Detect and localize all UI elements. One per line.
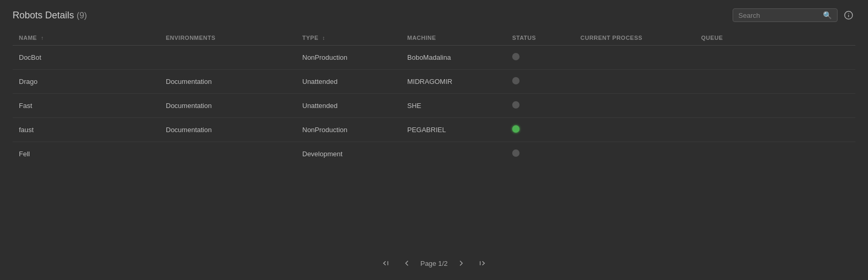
col-header-queue: QUEUE: [695, 30, 855, 46]
search-icon: 🔍: [823, 11, 832, 19]
cell-type-4: Development: [296, 142, 401, 166]
next-page-icon: [457, 259, 465, 267]
col-header-status: STATUS: [506, 30, 574, 46]
cell-queue-4: [695, 142, 855, 166]
type-sort-icon: ↕: [322, 35, 325, 41]
prev-page-icon: [403, 259, 411, 267]
cell-environments-4: [160, 142, 296, 166]
header-actions: 🔍: [733, 8, 855, 22]
info-button[interactable]: [842, 8, 855, 22]
status-dot-0: [512, 53, 520, 60]
cell-name-4: Fell: [13, 142, 160, 166]
pagination-prev-button[interactable]: [399, 257, 414, 270]
cell-machine-2: SHE: [401, 94, 506, 118]
table-row[interactable]: faust Documentation NonProduction PEGABR…: [13, 118, 855, 142]
main-container: Robots Details (9) 🔍: [0, 0, 868, 280]
cell-environments-0: [160, 46, 296, 70]
col-header-name[interactable]: NAME ↑: [13, 30, 160, 46]
table-row[interactable]: Fast Documentation Unattended SHE: [13, 94, 855, 118]
last-page-icon: [478, 259, 486, 267]
pagination-last-button[interactable]: [475, 257, 490, 270]
status-dot-2: [512, 101, 520, 109]
table-header-row: NAME ↑ ENVIRONMENTS TYPE ↕ MACHINE STATU: [13, 30, 855, 46]
pagination-first-button[interactable]: [378, 257, 393, 270]
cell-queue-1: [695, 70, 855, 94]
page-info: Page 1/2: [420, 260, 448, 267]
cell-queue-0: [695, 46, 855, 70]
robots-table: NAME ↑ ENVIRONMENTS TYPE ↕ MACHINE STATU: [13, 30, 855, 166]
table-body: DocBot NonProduction BoboMadalina Drago …: [13, 46, 855, 166]
cell-type-0: NonProduction: [296, 46, 401, 70]
first-page-icon: [382, 259, 390, 267]
cell-status-2: [506, 94, 574, 118]
cell-machine-1: MIDRAGOMIR: [401, 70, 506, 94]
header-row: Robots Details (9) 🔍: [13, 8, 855, 22]
cell-status-0: [506, 46, 574, 70]
cell-process-4: [574, 142, 695, 166]
table-row[interactable]: Drago Documentation Unattended MIDRAGOMI…: [13, 70, 855, 94]
search-input[interactable]: [738, 12, 820, 19]
cell-status-4: [506, 142, 574, 166]
table-row[interactable]: DocBot NonProduction BoboMadalina: [13, 46, 855, 70]
pagination-next-button[interactable]: [454, 257, 469, 270]
status-dot-4: [512, 149, 520, 157]
info-icon: [844, 10, 853, 20]
cell-type-1: Unattended: [296, 70, 401, 94]
cell-process-2: [574, 94, 695, 118]
table-wrapper: NAME ↑ ENVIRONMENTS TYPE ↕ MACHINE STATU: [13, 30, 855, 250]
cell-type-2: Unattended: [296, 94, 401, 118]
cell-name-0: DocBot: [13, 46, 160, 70]
cell-environments-3: Documentation: [160, 118, 296, 142]
col-header-environments: ENVIRONMENTS: [160, 30, 296, 46]
search-wrapper[interactable]: 🔍: [733, 8, 838, 22]
cell-machine-4: [401, 142, 506, 166]
col-header-type[interactable]: TYPE ↕: [296, 30, 401, 46]
cell-status-1: [506, 70, 574, 94]
table-row[interactable]: Fell Development: [13, 142, 855, 166]
cell-environments-1: Documentation: [160, 70, 296, 94]
cell-status-3: [506, 118, 574, 142]
pagination: Page 1/2: [13, 250, 855, 272]
cell-queue-2: [695, 94, 855, 118]
cell-queue-3: [695, 118, 855, 142]
cell-type-3: NonProduction: [296, 118, 401, 142]
title-text: Robots Details: [13, 10, 74, 20]
count-badge: (9): [77, 11, 87, 20]
status-dot-3: [512, 125, 520, 133]
cell-name-1: Drago: [13, 70, 160, 94]
status-dot-1: [512, 77, 520, 84]
cell-process-0: [574, 46, 695, 70]
name-sort-icon: ↑: [41, 35, 44, 41]
cell-environments-2: Documentation: [160, 94, 296, 118]
cell-machine-3: PEGABRIEL: [401, 118, 506, 142]
cell-name-3: faust: [13, 118, 160, 142]
col-header-machine: MACHINE: [401, 30, 506, 46]
cell-process-1: [574, 70, 695, 94]
page-title: Robots Details (9): [13, 10, 87, 21]
col-header-current-process: CURRENT PROCESS: [574, 30, 695, 46]
cell-process-3: [574, 118, 695, 142]
cell-machine-0: BoboMadalina: [401, 46, 506, 70]
cell-name-2: Fast: [13, 94, 160, 118]
